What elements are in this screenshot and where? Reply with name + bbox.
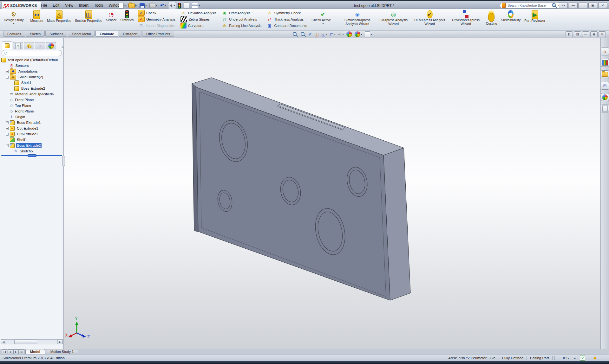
panel-tab-featuremanager[interactable] [2,42,12,49]
panel-tab-configurationmanager[interactable] [24,42,34,49]
dropdown-caret-icon[interactable]: ▾ [135,4,137,7]
tab-sheet-metal[interactable]: Sheet Metal [68,31,95,37]
tree-item[interactable]: -Boss-Extrude2 [0,143,63,148]
dropdown-caret-icon[interactable]: ▾ [124,4,126,7]
menu-edit[interactable]: Edit [50,2,62,9]
tab-sketch[interactable]: Sketch [26,31,45,37]
model-nav-2[interactable]: ▶ [13,349,19,354]
compare-documents-button[interactable]: ▣Compare Documents [265,22,308,29]
dropdown-caret-icon[interactable]: ▾ [361,33,362,36]
mass-properties-button[interactable]: ◬Mass Properties [45,9,73,29]
scrollbar-thumb[interactable] [14,340,37,344]
collapse-right-pane-button[interactable]: ◨ [574,31,581,37]
view-orientation-button[interactable]: ◱▾ [321,31,328,37]
menu-tools[interactable]: Tools [91,2,106,9]
symmetry-check-button[interactable]: ⚠Symmetry Check [265,10,308,16]
minimize-button[interactable]: — [569,2,578,8]
tree-item[interactable]: +AAnnotations [0,68,63,74]
tree-filter-box[interactable]: ▽ [2,50,62,56]
sensor-button[interactable]: ◔Sensor [104,9,118,29]
unit-system[interactable]: IPS [563,356,569,360]
view-settings-button[interactable]: ▾ [364,31,373,37]
tree-item[interactable]: ⊥Origin [0,114,63,120]
statistics-button[interactable]: Statistics [118,9,135,29]
dropdown-caret-icon[interactable]: ▾ [564,4,565,7]
expander-minus-icon[interactable]: - [6,144,9,147]
parting-line-analysis-button[interactable]: ⊛Parting Line Analysis [220,22,263,29]
scroll-left-icon[interactable]: ◀ [1,340,6,344]
dropdown-caret-icon[interactable]: ▾ [145,4,147,7]
dropdown-caret-icon[interactable]: ▾ [371,33,372,36]
panel-splitter-handle[interactable]: ⋮ [62,156,65,166]
unit-dropdown-icon[interactable]: ▲ [574,357,576,359]
costing-button[interactable]: Costing [484,9,499,29]
model-nav-3[interactable]: ▶| [19,349,24,354]
dropdown-caret-icon[interactable]: ▾ [13,22,14,25]
model-nav-0[interactable]: |◀ [2,349,7,354]
appearance-editor-button[interactable] [183,2,190,9]
menu-view[interactable]: View [62,2,76,9]
import-diagnostics-button[interactable]: ⊞Import Diagnostics [137,22,177,29]
tree-item[interactable]: ◇Front Plane [0,97,63,103]
tree-item[interactable]: Boss-Extrude2 [0,86,63,91]
dropdown-caret-icon[interactable]: ▾ [165,4,166,7]
panel-tab-propertymanager[interactable]: ✎ [13,42,23,49]
zoom-to-fit-button[interactable] [292,31,298,37]
hide-show-items-button[interactable]: ∞▾ [337,31,344,37]
model-nav-1[interactable]: ◀ [8,349,13,354]
check-active-button[interactable]: ✔Check Active ...▾ [310,9,336,29]
expander-plus-icon[interactable]: + [6,133,9,136]
geometry-analysis-button[interactable]: ✓Geometry Analysis [137,16,177,22]
collapse-left-pane-button[interactable]: ◧ [566,31,573,37]
tree-item[interactable]: test open old (Default<<Defaul [0,57,63,63]
tree-item[interactable]: ✎Sketch5 [0,148,63,154]
expander-plus-icon[interactable]: + [6,127,9,130]
simulationxpress-wizard-button[interactable]: ◈SimulationXpress Analysis Wizard [339,9,376,29]
tree-item[interactable]: ◇Right Plane [0,108,63,114]
zoom-to-area-button[interactable] [300,31,306,37]
restore-document-button[interactable]: ▣ [590,31,598,37]
panel-tab-dimxpertmanager[interactable]: ⊕ [35,42,45,49]
floxpress-wizard-button[interactable]: ◎FloXpress Analysis Wizard [376,9,412,29]
tree-item[interactable]: +Boss-Extrude1 [0,120,63,125]
solidworks-logo[interactable]: ƷS SOLIDWORKS [1,2,41,9]
tab-features[interactable]: Features [3,31,25,37]
dropdown-caret-icon[interactable]: ▾ [343,33,344,36]
dropdown-caret-icon[interactable]: ▾ [174,4,175,7]
tab-model[interactable]: Model [25,349,45,354]
menu-file[interactable]: File [38,2,50,9]
panel-horizontal-scrollbar[interactable]: ◀ ▶ [1,339,63,344]
quick-tips-button[interactable]: ? [580,355,585,361]
check-button[interactable]: ✓Check [137,10,177,16]
view-palette-button[interactable]: ⊞ [601,82,609,90]
tree-item[interactable]: Shell1 [0,80,63,86]
tab-motion-study-1[interactable]: Motion Study 1 [46,349,78,354]
undo-button[interactable]: ↶▾ [159,2,167,9]
tag-icon[interactable]: ◆ [593,356,597,360]
tree-item[interactable]: ◷Sensors [0,63,63,68]
graphics-viewport[interactable]: X Y Z [64,38,600,349]
close-button[interactable]: ✕ [598,2,607,8]
apply-scene-button[interactable]: ▾ [354,31,363,37]
scroll-right-icon[interactable]: ▶ [57,340,62,344]
expander-plus-icon[interactable]: + [6,70,9,73]
dropdown-caret-icon[interactable]: ▾ [199,4,200,7]
expander-plus-icon[interactable]: + [6,121,9,124]
help-button[interactable]: ?▾ [559,2,568,8]
menu-insert[interactable]: Insert [76,2,91,9]
curvature-button[interactable]: Curvature [179,22,218,29]
expander-minus-icon[interactable]: - [6,76,9,79]
tree-filter-input[interactable] [8,51,60,55]
appearances-scenes-button[interactable] [601,93,609,101]
tree-item[interactable]: ◇Top Plane [0,103,63,108]
rollback-bar[interactable] [1,155,62,156]
display-style-button[interactable]: ◻▾ [329,31,336,37]
maximize-button[interactable]: ▭ [579,2,587,8]
open-document-button[interactable]: ▾ [128,2,138,9]
dropdown-caret-icon[interactable]: ▾ [334,33,336,36]
tab-evaluate[interactable]: Evaluate [95,31,118,37]
save-button[interactable]: ▾ [139,2,147,9]
deviation-analysis-button[interactable]: ✕Deviation Analysis [179,10,218,16]
measure-button[interactable]: ↔Measure [28,9,45,29]
display-settings-button[interactable]: ▾ [191,2,201,9]
